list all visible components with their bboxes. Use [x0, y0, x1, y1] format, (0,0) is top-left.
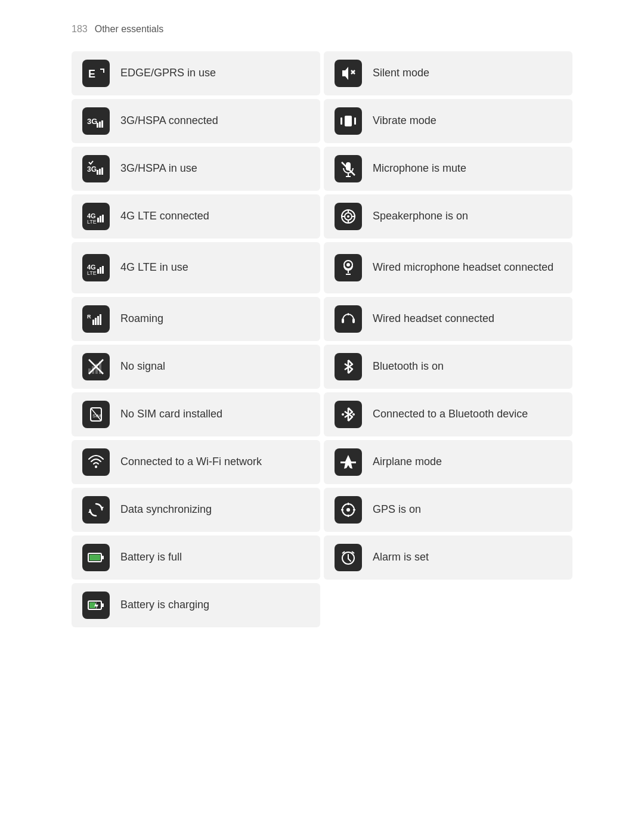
no-signal-icon [82, 353, 110, 380]
roaming-icon: R [82, 305, 110, 333]
svg-text:3G: 3G [87, 165, 97, 174]
list-item: Wired microphone headset connected [324, 242, 572, 293]
svg-rect-40 [342, 318, 344, 323]
edge-gprs-icon: E [82, 60, 110, 87]
wifi-connected-label: Connected to a Wi-Fi network [120, 455, 262, 469]
svg-point-52 [342, 413, 344, 416]
svg-rect-36 [92, 320, 94, 325]
edge-gprs-label: EDGE/GPRS in use [120, 66, 216, 80]
wired-headset-label: Wired headset connected [373, 312, 494, 326]
bluetooth-on-label: Bluetooth is on [373, 360, 444, 373]
svg-point-54 [95, 466, 97, 468]
4g-lte-connected-label: 4G LTE connected [120, 209, 209, 223]
svg-rect-37 [95, 318, 97, 325]
list-item: 3G 3G/HSPA connected [72, 99, 320, 143]
list-item: Bluetooth is on [324, 345, 572, 389]
list-item: R Roaming [72, 297, 320, 341]
svg-rect-47 [95, 364, 98, 374]
list-item: Wired headset connected [324, 297, 572, 341]
svg-rect-41 [352, 318, 355, 323]
speakerphone-icon [335, 203, 362, 230]
alarm-icon [335, 544, 362, 571]
vibrate-label: Vibrate mode [373, 114, 436, 128]
bluetooth-connected-label: Connected to a Bluetooth device [373, 407, 528, 421]
4g-lte-in-use-label: 4G LTE in use [120, 261, 188, 274]
bluetooth-on-icon [335, 353, 362, 380]
airplane-icon [335, 448, 362, 476]
svg-rect-39 [100, 314, 101, 325]
speakerphone-label: Speakerphone is on [373, 209, 468, 223]
list-item: No signal [72, 345, 320, 389]
list-item: Microphone is mute [324, 147, 572, 191]
svg-rect-29 [100, 267, 101, 274]
svg-rect-5 [99, 122, 101, 128]
battery-full-label: Battery is full [120, 550, 182, 564]
list-item: 4GLTE 4G LTE in use [72, 242, 320, 293]
svg-rect-13 [101, 168, 103, 175]
svg-rect-64 [101, 556, 104, 559]
svg-line-68 [348, 559, 351, 561]
silent-icon [335, 60, 362, 87]
no-sim-label: No SIM card installed [120, 407, 222, 421]
svg-rect-48 [99, 361, 101, 374]
silent-label: Silent mode [373, 66, 429, 80]
3g-hspa-connected-label: 3G/HSPA connected [120, 114, 218, 128]
wired-mic-headset-icon [335, 254, 362, 281]
list-item: Connected to a Bluetooth device [324, 392, 572, 436]
no-sim-icon: SIM [82, 401, 110, 428]
airplane-label: Airplane mode [373, 455, 442, 469]
svg-text:SIM: SIM [92, 413, 101, 419]
mic-mute-label: Microphone is mute [373, 162, 466, 175]
svg-rect-72 [101, 603, 104, 607]
page-number: 183 [72, 24, 88, 35]
list-item: Airplane mode [324, 440, 572, 484]
vibrate-icon [335, 107, 362, 135]
list-item: Battery is full [72, 535, 320, 580]
list-item: 4GLTE 4G LTE connected [72, 194, 320, 239]
icon-grid: E EDGE/GPRS in use Silent mode 3G 3G/HSP… [72, 51, 572, 627]
battery-full-icon [82, 544, 110, 571]
svg-rect-6 [101, 120, 103, 128]
svg-text:LTE: LTE [87, 219, 97, 225]
svg-rect-46 [92, 366, 94, 374]
4g-lte-in-use-icon: 4GLTE [82, 254, 110, 281]
svg-rect-38 [97, 316, 99, 325]
3g-hspa-in-use-icon: 3G [82, 155, 110, 182]
svg-rect-9 [354, 117, 356, 125]
data-sync-icon [82, 496, 110, 524]
list-item: Data synchronizing [72, 488, 320, 532]
list-item: Alarm is set [324, 535, 572, 580]
svg-text:LTE: LTE [87, 270, 97, 276]
page-header: 183 Other essentials [72, 24, 572, 35]
3g-hspa-connected-icon: 3G [82, 107, 110, 135]
svg-rect-8 [340, 117, 342, 125]
page-title: Other essentials [95, 24, 164, 35]
svg-rect-22 [102, 215, 104, 222]
mic-mute-icon [335, 155, 362, 182]
svg-rect-7 [345, 116, 352, 126]
list-item: 3G 3G/HSPA in use [72, 147, 320, 191]
list-item: Connected to a Wi-Fi network [72, 440, 320, 484]
svg-rect-4 [97, 123, 98, 128]
roaming-label: Roaming [120, 312, 163, 326]
list-item: Vibrate mode [324, 99, 572, 143]
svg-text:3G: 3G [87, 117, 97, 126]
wired-headset-icon [335, 305, 362, 333]
svg-point-33 [346, 263, 350, 267]
3g-hspa-in-use-label: 3G/HSPA in use [120, 162, 197, 175]
bluetooth-connected-icon [335, 401, 362, 428]
svg-marker-56 [88, 510, 92, 513]
wired-mic-headset-label: Wired microphone headset connected [373, 261, 553, 274]
svg-rect-30 [102, 266, 104, 274]
svg-rect-21 [100, 216, 101, 222]
4g-lte-connected-icon: 4GLTE [82, 203, 110, 230]
svg-text:R: R [87, 314, 91, 320]
wifi-connected-icon [82, 448, 110, 476]
list-item: SIM No SIM card installed [72, 392, 320, 436]
battery-charging-icon [82, 592, 110, 619]
alarm-label: Alarm is set [373, 550, 429, 564]
list-item: Silent mode [324, 51, 572, 95]
gps-label: GPS is on [373, 503, 421, 516]
svg-marker-55 [100, 507, 104, 510]
gps-icon [335, 496, 362, 524]
